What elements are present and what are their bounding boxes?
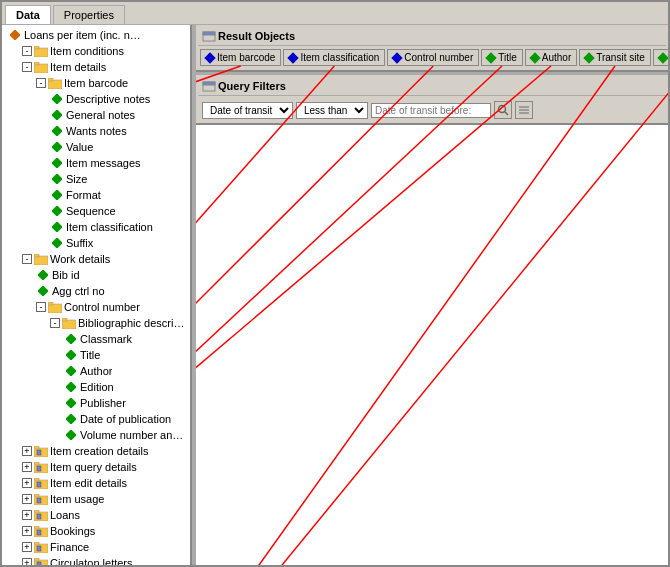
tree-item-label: Item details [50, 61, 106, 73]
svg-rect-1 [34, 48, 48, 57]
tree-item-label: Loans [50, 509, 80, 521]
tree-item[interactable]: Classmark [4, 331, 188, 347]
expand-icon[interactable]: + [22, 510, 32, 520]
tree-item[interactable]: Item classification [4, 219, 188, 235]
tree-item[interactable]: +Finance [4, 539, 188, 555]
tree-item[interactable]: Agg ctrl no [4, 283, 188, 299]
result-columns: Item barcodeItem classificationControl n… [198, 49, 666, 68]
diamond-green-icon [50, 92, 64, 106]
expand-icon[interactable]: + [22, 478, 32, 488]
tree-item[interactable]: Title [4, 347, 188, 363]
tree-item-label: Finance [50, 541, 89, 553]
expand-icon[interactable]: - [22, 254, 32, 264]
diamond-green-icon [50, 156, 64, 170]
result-col-original-site[interactable]: Original site [653, 49, 668, 66]
tree-item[interactable]: +Bookings [4, 523, 188, 539]
col-diamond-icon [486, 52, 497, 63]
filter-operator-select[interactable]: Less than [296, 102, 368, 119]
expand-icon[interactable]: + [22, 446, 32, 456]
diamond-green-icon [36, 268, 50, 282]
tree-item[interactable]: -Bibliographic descriptio [4, 315, 188, 331]
expand-icon[interactable]: + [22, 558, 32, 565]
tree-item[interactable]: -Item details [4, 59, 188, 75]
col-diamond-icon [392, 52, 403, 63]
tree-item[interactable]: General notes [4, 107, 188, 123]
svg-rect-39 [34, 478, 39, 481]
expand-icon[interactable]: - [22, 46, 32, 56]
tree-item-label: Item creation details [50, 445, 148, 457]
tree-item[interactable]: +Item query details [4, 459, 188, 475]
result-col-title[interactable]: Title [481, 49, 523, 66]
diamond-green-icon [50, 204, 64, 218]
result-col-control-number[interactable]: Control number [387, 49, 479, 66]
diamond-orange-icon [8, 28, 22, 42]
result-objects-title: Result Objects [218, 30, 295, 42]
tree-item[interactable]: Descriptive notes [4, 91, 188, 107]
result-col-transit-site[interactable]: Transit site [579, 49, 651, 66]
tree-item-label: Item query details [50, 461, 137, 473]
tree-item-label: Agg ctrl no [52, 285, 105, 297]
tree-item[interactable]: Edition [4, 379, 188, 395]
expand-icon[interactable]: - [50, 318, 60, 328]
filter-list-button[interactable] [515, 101, 533, 119]
expand-icon[interactable]: + [22, 462, 32, 472]
tree-item-label: Item barcode [64, 77, 128, 89]
expand-icon[interactable]: + [22, 542, 32, 552]
tree-item[interactable]: Date of publication [4, 411, 188, 427]
tree-item[interactable]: Size [4, 171, 188, 187]
svg-rect-48 [34, 526, 39, 529]
svg-rect-7 [52, 94, 62, 104]
expand-icon[interactable]: - [36, 78, 46, 88]
tree-item[interactable]: Author [4, 363, 188, 379]
tree-item[interactable]: Wants notes [4, 123, 188, 139]
query-filters-title: Query Filters [218, 80, 286, 92]
diamond-green-icon [64, 396, 78, 410]
expand-icon[interactable]: + [22, 526, 32, 536]
tree-item[interactable]: -Control number [4, 299, 188, 315]
result-col-author[interactable]: Author [525, 49, 577, 66]
tree-item[interactable]: +Item edit details [4, 475, 188, 491]
tree-item[interactable]: -Item conditions [4, 43, 188, 59]
diamond-green-icon [50, 124, 64, 138]
col-diamond-icon [584, 52, 595, 63]
tree-item[interactable]: Value [4, 139, 188, 155]
expand-icon[interactable]: + [22, 494, 32, 504]
diamond-green-icon [50, 140, 64, 154]
filter-value-input[interactable] [371, 103, 491, 118]
tree-item[interactable]: -Item barcode [4, 75, 188, 91]
tree-item[interactable]: Item messages [4, 155, 188, 171]
svg-rect-34 [37, 450, 41, 455]
col-label: Item barcode [217, 52, 275, 63]
filter-field-select[interactable]: Date of transit [202, 102, 293, 119]
result-col-item-classification[interactable]: Item classification [283, 49, 385, 66]
tab-data[interactable]: Data [5, 5, 51, 24]
tree-item[interactable]: +Circulaton letters [4, 555, 188, 565]
tree-item-label: Edition [80, 381, 114, 393]
filter-search-button[interactable] [494, 101, 512, 119]
expand-icon[interactable]: - [22, 62, 32, 72]
svg-rect-22 [48, 302, 53, 305]
svg-rect-27 [66, 366, 76, 376]
tree-item[interactable]: Format [4, 187, 188, 203]
tree-item[interactable]: Publisher [4, 395, 188, 411]
col-label: Author [542, 52, 571, 63]
tree-item[interactable]: Sequence [4, 203, 188, 219]
tree-item-label: Bibliographic descriptio [78, 317, 188, 329]
tree-item[interactable]: +Item usage [4, 491, 188, 507]
svg-rect-31 [66, 430, 76, 440]
tree-item[interactable]: Bib id [4, 267, 188, 283]
tree-item[interactable]: Suffix [4, 235, 188, 251]
tree-item-label: Bib id [52, 269, 80, 281]
col-diamond-icon [288, 52, 299, 63]
expand-icon[interactable]: - [36, 302, 46, 312]
col-label: Item classification [300, 52, 379, 63]
folder-icon [48, 300, 62, 314]
tree-item[interactable]: Volume number and titl [4, 427, 188, 443]
tree-item[interactable]: Loans per item (inc. non-loans) [4, 27, 188, 43]
tree-item[interactable]: -Work details [4, 251, 188, 267]
tab-properties[interactable]: Properties [53, 5, 125, 24]
svg-rect-8 [52, 110, 62, 120]
tree-item[interactable]: +Loans [4, 507, 188, 523]
result-col-item-barcode[interactable]: Item barcode [200, 49, 281, 66]
tree-item[interactable]: +Item creation details [4, 443, 188, 459]
